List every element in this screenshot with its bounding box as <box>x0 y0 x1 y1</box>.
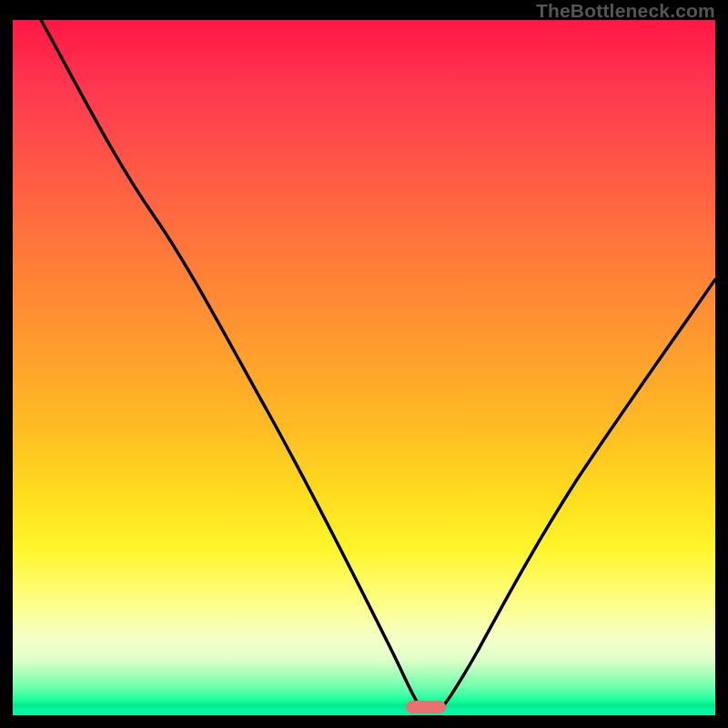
bottleneck-curve <box>41 20 715 707</box>
chart-svg <box>13 20 715 715</box>
watermark-text: TheBottleneck.com <box>536 0 715 22</box>
chart-container: TheBottleneck.com <box>0 0 728 728</box>
optimal-point-marker <box>406 701 446 713</box>
